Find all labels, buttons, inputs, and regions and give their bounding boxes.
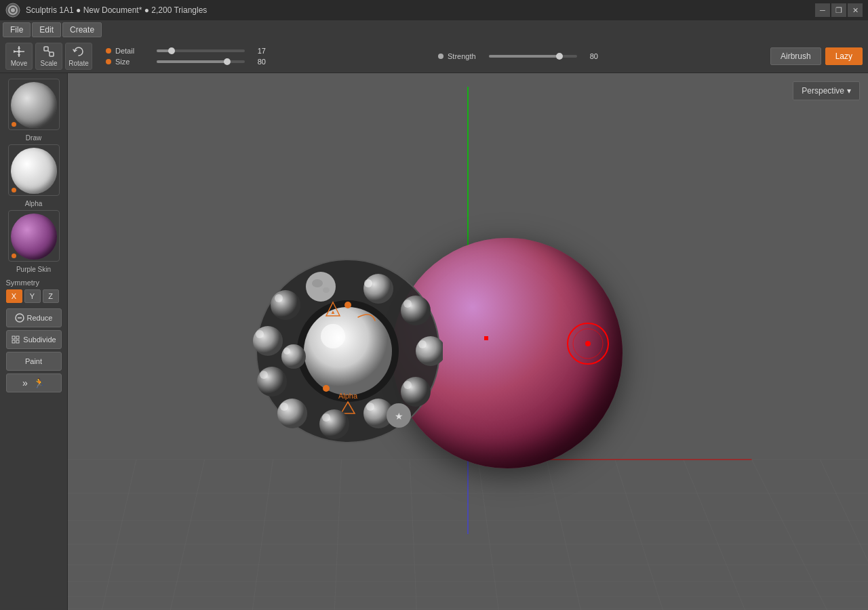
material-label: Purple Skin bbox=[16, 266, 51, 273]
svg-point-67 bbox=[312, 279, 323, 287]
svg-line-29 bbox=[684, 460, 745, 610]
sym-x-button[interactable]: X bbox=[6, 289, 22, 303]
svg-text:★: ★ bbox=[395, 411, 403, 422]
svg-point-2 bbox=[11, 8, 15, 12]
svg-rect-5 bbox=[50, 52, 54, 56]
sym-y-button[interactable]: Y bbox=[24, 289, 41, 303]
subdivide-icon bbox=[11, 335, 20, 344]
sidebar: Draw Alpha Purple Skin Symmetry X Y Z bbox=[0, 73, 68, 610]
minimize-button[interactable]: ─ bbox=[815, 3, 830, 17]
alpha-brush-swatch[interactable] bbox=[8, 144, 60, 196]
window-controls: ─ ❐ ✕ bbox=[815, 3, 863, 17]
alpha-dot bbox=[12, 188, 16, 192]
svg-line-6 bbox=[48, 51, 50, 52]
scale-tool-button[interactable]: Scale bbox=[35, 43, 62, 70]
tool-buttons: Move Scale Rotate bbox=[5, 43, 92, 70]
symmetry-section: Symmetry X Y Z bbox=[3, 276, 64, 306]
strength-label: Strength bbox=[448, 52, 485, 60]
svg-point-59 bbox=[280, 403, 288, 411]
svg-point-61 bbox=[260, 371, 268, 379]
draw-brush-swatch[interactable] bbox=[8, 79, 60, 130]
svg-point-66 bbox=[306, 272, 336, 302]
edit-menu[interactable]: Edit bbox=[32, 22, 61, 37]
svg-marker-43 bbox=[326, 302, 340, 316]
detail-param-row: Detail 17 bbox=[106, 47, 425, 55]
svg-line-22 bbox=[170, 460, 204, 610]
animation-buttons[interactable]: » 🏃 bbox=[6, 373, 62, 392]
scale-label: Scale bbox=[40, 60, 57, 67]
svg-point-58 bbox=[277, 399, 307, 428]
paint-button[interactable]: Paint bbox=[6, 352, 62, 371]
svg-point-55 bbox=[366, 403, 374, 411]
move-label: Move bbox=[11, 60, 27, 67]
svg-point-46 bbox=[363, 274, 393, 304]
svg-point-63 bbox=[256, 330, 264, 338]
size-dot bbox=[106, 59, 111, 64]
svg-point-71 bbox=[281, 344, 306, 369]
svg-line-31 bbox=[820, 460, 868, 561]
material-brush-swatch[interactable] bbox=[8, 210, 60, 262]
svg-rect-10 bbox=[16, 336, 19, 339]
strength-param-row: Strength 80 bbox=[438, 52, 757, 60]
svg-point-64 bbox=[271, 290, 300, 320]
symmetry-label: Symmetry bbox=[6, 279, 62, 287]
detail-value: 17 bbox=[249, 47, 266, 55]
size-slider[interactable] bbox=[157, 60, 245, 63]
svg-point-62 bbox=[253, 326, 283, 356]
svg-line-28 bbox=[615, 460, 663, 610]
reduce-icon bbox=[15, 313, 24, 323]
svg-point-38 bbox=[304, 307, 392, 395]
svg-text:Alpha: Alpha bbox=[338, 392, 358, 400]
reduce-button[interactable]: Reduce bbox=[6, 308, 62, 327]
main-area: Draw Alpha Purple Skin Symmetry X Y Z bbox=[0, 73, 868, 610]
app-logo bbox=[5, 3, 20, 18]
sym-z-button[interactable]: Z bbox=[43, 289, 59, 303]
move-tool-button[interactable]: Move bbox=[5, 43, 33, 70]
svg-line-26 bbox=[478, 460, 498, 610]
viewport[interactable]: Alpha ▲ bbox=[68, 73, 868, 610]
svg-text:▲: ▲ bbox=[330, 309, 336, 315]
svg-point-47 bbox=[364, 279, 372, 287]
toolbar-params-right: Strength 80 bbox=[438, 52, 757, 60]
svg-point-57 bbox=[322, 413, 330, 422]
svg-point-39 bbox=[321, 324, 345, 348]
material-dot bbox=[12, 253, 16, 258]
run-icon: 🏃 bbox=[33, 378, 45, 388]
rotate-tool-button[interactable]: Rotate bbox=[65, 43, 92, 70]
toolbar: Move Scale Rotate Detail 17 bbox=[0, 39, 868, 73]
restore-button[interactable]: ❐ bbox=[831, 3, 846, 17]
svg-line-23 bbox=[252, 460, 273, 610]
airbrush-button[interactable]: Airbrush bbox=[770, 47, 821, 65]
app-title: Sculptris 1A1 ● New Document* ● 2,200 Tr… bbox=[26, 5, 815, 15]
svg-rect-4 bbox=[44, 47, 48, 51]
svg-point-65 bbox=[275, 294, 283, 302]
svg-line-24 bbox=[334, 460, 341, 610]
close-button[interactable]: ✕ bbox=[848, 3, 863, 17]
perspective-button[interactable]: Perspective ▾ bbox=[793, 81, 860, 100]
symmetry-buttons: X Y Z bbox=[6, 289, 62, 303]
detail-slider[interactable] bbox=[157, 49, 245, 52]
file-menu[interactable]: File bbox=[3, 22, 31, 37]
mode-buttons: Airbrush Lazy bbox=[770, 47, 863, 65]
svg-point-42 bbox=[323, 385, 330, 392]
titlebar: Sculptris 1A1 ● New Document* ● 2,200 Tr… bbox=[0, 0, 868, 20]
detail-dot bbox=[106, 48, 111, 54]
rotate-label: Rotate bbox=[68, 60, 88, 67]
subdivide-button[interactable]: Subdivide bbox=[6, 330, 62, 349]
lazy-button[interactable]: Lazy bbox=[825, 47, 863, 65]
create-menu[interactable]: Create bbox=[62, 22, 102, 37]
svg-rect-11 bbox=[12, 340, 15, 343]
draw-label: Draw bbox=[26, 134, 41, 142]
size-param-row: Size 80 bbox=[106, 58, 425, 66]
alpha-label: Alpha bbox=[25, 200, 43, 207]
toolbar-params: Detail 17 Size 80 bbox=[106, 47, 425, 66]
svg-point-60 bbox=[257, 367, 287, 396]
strength-dot bbox=[438, 54, 443, 59]
size-value: 80 bbox=[249, 58, 266, 66]
svg-line-25 bbox=[410, 460, 416, 610]
svg-point-54 bbox=[363, 399, 393, 428]
svg-line-21 bbox=[102, 460, 136, 610]
svg-point-56 bbox=[319, 409, 349, 439]
strength-slider[interactable] bbox=[489, 55, 577, 58]
svg-rect-9 bbox=[12, 336, 15, 339]
